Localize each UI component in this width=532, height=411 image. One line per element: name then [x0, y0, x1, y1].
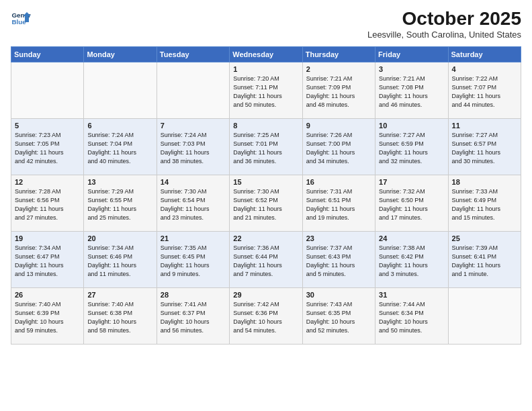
day-cell: 23Sunrise: 7:37 AM Sunset: 6:43 PM Dayli… [302, 232, 375, 288]
day-info: Sunrise: 7:24 AM Sunset: 7:04 PM Dayligh… [87, 131, 152, 166]
day-info: Sunrise: 7:35 AM Sunset: 6:45 PM Dayligh… [161, 244, 226, 279]
day-number: 14 [161, 178, 226, 186]
day-number: 19 [15, 234, 80, 242]
day-cell: 26Sunrise: 7:40 AM Sunset: 6:39 PM Dayli… [11, 288, 84, 345]
day-cell [448, 288, 521, 345]
day-cell: 3Sunrise: 7:21 AM Sunset: 7:08 PM Daylig… [375, 62, 448, 119]
day-cell: 22Sunrise: 7:36 AM Sunset: 6:44 PM Dayli… [230, 232, 302, 288]
day-cell: 18Sunrise: 7:33 AM Sunset: 6:49 PM Dayli… [448, 175, 521, 232]
day-number: 7 [161, 122, 226, 130]
day-number: 5 [15, 122, 80, 130]
day-number: 1 [233, 65, 298, 73]
day-number: 25 [452, 234, 517, 242]
col-wednesday: Wednesday [230, 47, 302, 62]
calendar-table: Sunday Monday Tuesday Wednesday Thursday… [11, 46, 521, 345]
day-cell: 14Sunrise: 7:30 AM Sunset: 6:54 PM Dayli… [157, 175, 229, 232]
week-row-4: 19Sunrise: 7:34 AM Sunset: 6:47 PM Dayli… [11, 232, 521, 288]
day-number: 20 [87, 234, 152, 242]
day-info: Sunrise: 7:40 AM Sunset: 6:39 PM Dayligh… [15, 300, 80, 335]
col-tuesday: Tuesday [157, 47, 229, 62]
location: Leesville, South Carolina, United States [367, 30, 521, 40]
day-info: Sunrise: 7:22 AM Sunset: 7:07 PM Dayligh… [452, 75, 517, 109]
col-sunday: Sunday [11, 47, 84, 62]
header-row: Sunday Monday Tuesday Wednesday Thursday… [11, 47, 521, 62]
day-info: Sunrise: 7:25 AM Sunset: 7:01 PM Dayligh… [233, 131, 298, 166]
logo-icon: General Blue [11, 8, 31, 28]
logo: General Blue [11, 8, 34, 28]
day-cell: 25Sunrise: 7:39 AM Sunset: 6:41 PM Dayli… [448, 232, 521, 288]
day-number: 15 [233, 178, 298, 186]
day-cell: 29Sunrise: 7:42 AM Sunset: 6:36 PM Dayli… [230, 288, 302, 345]
day-cell: 15Sunrise: 7:30 AM Sunset: 6:52 PM Dayli… [230, 175, 302, 232]
day-info: Sunrise: 7:30 AM Sunset: 6:54 PM Dayligh… [161, 187, 226, 222]
day-cell: 6Sunrise: 7:24 AM Sunset: 7:04 PM Daylig… [84, 119, 157, 175]
day-info: Sunrise: 7:34 AM Sunset: 6:46 PM Dayligh… [87, 244, 152, 279]
day-info: Sunrise: 7:44 AM Sunset: 6:34 PM Dayligh… [379, 300, 444, 335]
day-info: Sunrise: 7:34 AM Sunset: 6:47 PM Dayligh… [15, 244, 80, 279]
day-info: Sunrise: 7:26 AM Sunset: 7:00 PM Dayligh… [306, 131, 371, 166]
day-cell: 21Sunrise: 7:35 AM Sunset: 6:45 PM Dayli… [157, 232, 229, 288]
day-info: Sunrise: 7:38 AM Sunset: 6:42 PM Dayligh… [379, 244, 444, 279]
day-info: Sunrise: 7:37 AM Sunset: 6:43 PM Dayligh… [306, 244, 371, 279]
day-info: Sunrise: 7:21 AM Sunset: 7:09 PM Dayligh… [306, 75, 371, 109]
day-info: Sunrise: 7:21 AM Sunset: 7:08 PM Dayligh… [379, 75, 444, 109]
day-cell: 8Sunrise: 7:25 AM Sunset: 7:01 PM Daylig… [230, 119, 302, 175]
day-info: Sunrise: 7:24 AM Sunset: 7:03 PM Dayligh… [161, 131, 226, 166]
day-cell: 5Sunrise: 7:23 AM Sunset: 7:05 PM Daylig… [11, 119, 84, 175]
day-number: 3 [379, 65, 444, 73]
day-number: 9 [306, 122, 371, 130]
week-row-1: 1Sunrise: 7:20 AM Sunset: 7:11 PM Daylig… [11, 62, 521, 119]
day-number: 28 [161, 291, 226, 299]
day-cell: 4Sunrise: 7:22 AM Sunset: 7:07 PM Daylig… [448, 62, 521, 119]
col-thursday: Thursday [302, 47, 375, 62]
day-cell: 16Sunrise: 7:31 AM Sunset: 6:51 PM Dayli… [302, 175, 375, 232]
day-number: 24 [379, 234, 444, 242]
day-number: 31 [379, 291, 444, 299]
title-block: October 2025 Leesville, South Carolina, … [367, 8, 521, 40]
day-info: Sunrise: 7:32 AM Sunset: 6:50 PM Dayligh… [379, 187, 444, 222]
day-info: Sunrise: 7:41 AM Sunset: 6:37 PM Dayligh… [161, 300, 226, 335]
week-row-2: 5Sunrise: 7:23 AM Sunset: 7:05 PM Daylig… [11, 119, 521, 175]
day-number: 18 [452, 178, 517, 186]
header: General Blue October 2025 Leesville, Sou… [11, 8, 521, 40]
day-number: 6 [87, 122, 152, 130]
day-number: 26 [15, 291, 80, 299]
day-cell: 2Sunrise: 7:21 AM Sunset: 7:09 PM Daylig… [302, 62, 375, 119]
day-cell [84, 62, 157, 119]
day-number: 17 [379, 178, 444, 186]
day-number: 8 [233, 122, 298, 130]
day-info: Sunrise: 7:29 AM Sunset: 6:55 PM Dayligh… [87, 187, 152, 222]
day-cell: 11Sunrise: 7:27 AM Sunset: 6:57 PM Dayli… [448, 119, 521, 175]
day-cell: 28Sunrise: 7:41 AM Sunset: 6:37 PM Dayli… [157, 288, 229, 345]
svg-text:Blue: Blue [12, 18, 27, 26]
day-info: Sunrise: 7:30 AM Sunset: 6:52 PM Dayligh… [233, 187, 298, 222]
day-cell: 9Sunrise: 7:26 AM Sunset: 7:00 PM Daylig… [302, 119, 375, 175]
day-number: 30 [306, 291, 371, 299]
day-cell: 31Sunrise: 7:44 AM Sunset: 6:34 PM Dayli… [375, 288, 448, 345]
day-info: Sunrise: 7:20 AM Sunset: 7:11 PM Dayligh… [233, 75, 298, 109]
day-info: Sunrise: 7:27 AM Sunset: 6:59 PM Dayligh… [379, 131, 444, 166]
day-info: Sunrise: 7:40 AM Sunset: 6:38 PM Dayligh… [87, 300, 152, 335]
col-monday: Monday [84, 47, 157, 62]
day-number: 4 [452, 65, 517, 73]
day-number: 21 [161, 234, 226, 242]
day-number: 22 [233, 234, 298, 242]
day-cell [11, 62, 84, 119]
day-info: Sunrise: 7:31 AM Sunset: 6:51 PM Dayligh… [306, 187, 371, 222]
day-cell: 27Sunrise: 7:40 AM Sunset: 6:38 PM Dayli… [84, 288, 157, 345]
day-cell: 7Sunrise: 7:24 AM Sunset: 7:03 PM Daylig… [157, 119, 229, 175]
week-row-5: 26Sunrise: 7:40 AM Sunset: 6:39 PM Dayli… [11, 288, 521, 345]
day-cell: 13Sunrise: 7:29 AM Sunset: 6:55 PM Dayli… [84, 175, 157, 232]
day-cell [157, 62, 229, 119]
day-number: 11 [452, 122, 517, 130]
day-cell: 17Sunrise: 7:32 AM Sunset: 6:50 PM Dayli… [375, 175, 448, 232]
day-info: Sunrise: 7:28 AM Sunset: 6:56 PM Dayligh… [15, 187, 80, 222]
day-info: Sunrise: 7:33 AM Sunset: 6:49 PM Dayligh… [452, 187, 517, 222]
day-cell: 19Sunrise: 7:34 AM Sunset: 6:47 PM Dayli… [11, 232, 84, 288]
day-number: 23 [306, 234, 371, 242]
col-saturday: Saturday [448, 47, 521, 62]
day-number: 13 [87, 178, 152, 186]
day-cell: 24Sunrise: 7:38 AM Sunset: 6:42 PM Dayli… [375, 232, 448, 288]
col-friday: Friday [375, 47, 448, 62]
week-row-3: 12Sunrise: 7:28 AM Sunset: 6:56 PM Dayli… [11, 175, 521, 232]
